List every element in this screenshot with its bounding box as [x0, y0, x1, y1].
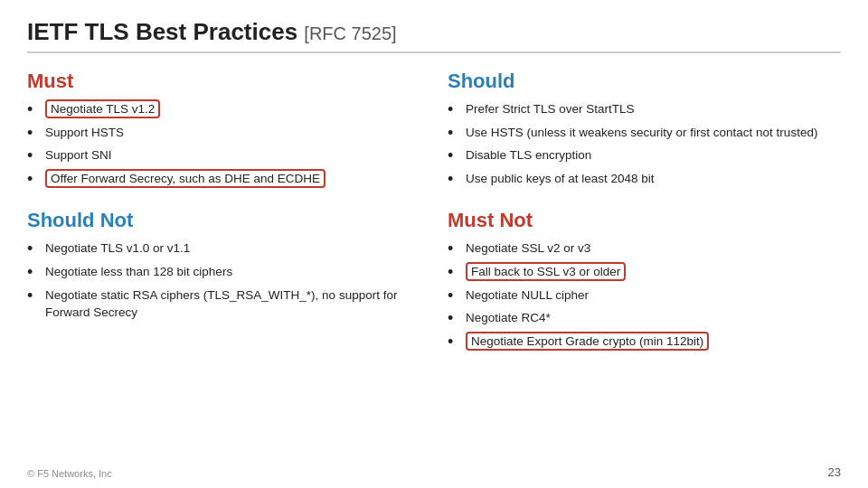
must-section: Must • Negotiate TLS v1.2 • Support HSTS… [27, 66, 420, 196]
list-item: • Negotiate TLS v1.0 or v1.1 [27, 239, 420, 259]
bullet-dot: • [27, 170, 42, 190]
bullet-dot: • [27, 239, 42, 259]
bullet-dot: • [448, 170, 462, 190]
list-item: • Offer Forward Secrecy, such as DHE and… [27, 170, 420, 190]
bullet-dot: • [27, 286, 42, 306]
footer-copyright: © F5 Networks, Inc [27, 468, 112, 479]
item-text: Support SNI [45, 146, 112, 164]
list-item: • Negotiate static RSA ciphers (TLS_RSA_… [27, 286, 420, 322]
item-text: Support HSTS [45, 124, 124, 142]
header-rfc: [RFC 7525] [304, 23, 396, 43]
item-text: Offer Forward Secrecy, such as DHE and E… [45, 170, 326, 188]
list-item: • Negotiate SSL v2 or v3 [448, 239, 841, 259]
item-text: Negotiate TLS v1.2 [45, 100, 160, 118]
list-item: • Support HSTS [27, 124, 420, 144]
bullet-dot: • [448, 263, 462, 283]
highlighted-text: Fall back to SSL v3 or older [466, 262, 626, 281]
item-text: Negotiate SSL v2 or v3 [466, 239, 590, 258]
should-not-title: Should Not [27, 209, 420, 232]
item-text: Prefer Strict TLS over StartTLS [466, 100, 635, 118]
list-item: • Negotiate RC4* [448, 309, 841, 329]
list-item: • Disable TLS encryption [448, 146, 841, 166]
must-not-section: Must Not • Negotiate SSL v2 or v3 • Fall… [448, 205, 841, 359]
list-item: • Negotiate TLS v1.2 [27, 100, 420, 120]
slide-header: IETF TLS Best Practices [RFC 7525] [27, 18, 841, 53]
item-text: Disable TLS encryption [466, 146, 591, 164]
header-title: IETF TLS Best Practices [27, 18, 297, 45]
should-list: • Prefer Strict TLS over StartTLS • Use … [448, 100, 841, 189]
bullet-dot: • [448, 146, 462, 166]
must-list: • Negotiate TLS v1.2 • Support HSTS • Su… [27, 100, 420, 189]
slide: IETF TLS Best Practices [RFC 7525] Must … [0, 0, 868, 488]
highlighted-text: Offer Forward Secrecy, such as DHE and E… [45, 169, 326, 188]
item-text: Negotiate static RSA ciphers (TLS_RSA_WI… [45, 286, 420, 322]
list-item: • Prefer Strict TLS over StartTLS [448, 100, 841, 120]
bullet-dot: • [27, 100, 42, 120]
list-item: • Negotiate Export Grade crypto (min 112… [448, 333, 841, 352]
highlighted-text: Negotiate TLS v1.2 [45, 99, 160, 118]
bullet-dot: • [448, 309, 462, 329]
item-text: Negotiate Export Grade crypto (min 112bi… [466, 333, 709, 351]
list-item: • Negotiate NULL cipher [448, 286, 841, 306]
list-item: • Support SNI [27, 146, 420, 166]
should-title: Should [448, 70, 841, 93]
list-item: • Fall back to SSL v3 or older [448, 263, 841, 283]
should-not-section: Should Not • Negotiate TLS v1.0 or v1.1 … [27, 205, 420, 359]
must-not-title: Must Not [448, 209, 841, 232]
bullet-dot: • [448, 239, 462, 259]
should-not-list: • Negotiate TLS v1.0 or v1.1 • Negotiate… [27, 239, 420, 321]
should-section: Should • Prefer Strict TLS over StartTLS… [448, 66, 841, 196]
item-text: Use public keys of at least 2048 bit [466, 170, 655, 188]
item-text: Use HSTS (unless it weakens security or … [466, 124, 817, 142]
bullet-dot: • [27, 146, 42, 166]
bullet-dot: • [448, 124, 462, 144]
list-item: • Use HSTS (unless it weakens security o… [448, 124, 841, 144]
item-text: Fall back to SSL v3 or older [466, 263, 626, 281]
item-text: Negotiate less than 128 bit ciphers [45, 263, 232, 281]
must-not-list: • Negotiate SSL v2 or v3 • Fall back to … [448, 239, 841, 352]
list-item: • Use public keys of at least 2048 bit [448, 170, 841, 190]
bullet-dot: • [448, 286, 462, 306]
bullet-dot: • [448, 333, 462, 352]
list-item: • Negotiate less than 128 bit ciphers [27, 263, 420, 283]
item-text: Negotiate NULL cipher [466, 286, 589, 305]
bullet-dot: • [448, 100, 462, 120]
bullet-dot: • [27, 263, 42, 283]
item-text: Negotiate TLS v1.0 or v1.1 [45, 239, 190, 258]
content-grid: Must • Negotiate TLS v1.2 • Support HSTS… [27, 66, 841, 359]
must-title: Must [27, 70, 420, 93]
bullet-dot: • [27, 124, 42, 144]
page-number: 23 [828, 465, 841, 479]
item-text: Negotiate RC4* [466, 309, 551, 327]
highlighted-text: Negotiate Export Grade crypto (min 112bi… [466, 332, 709, 351]
